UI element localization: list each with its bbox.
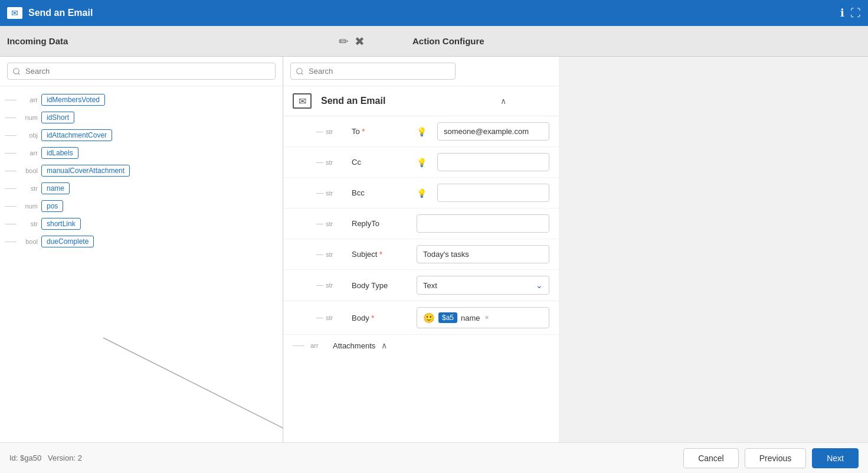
expand-icon[interactable]: ⛶ bbox=[850, 7, 861, 19]
field-dash: — bbox=[316, 250, 323, 259]
field-type: str bbox=[326, 128, 333, 135]
hint-icon: 💡 bbox=[417, 188, 427, 198]
field-rows: — str To * 💡 — str Cc 💡 — str bbox=[283, 116, 559, 356]
attachments-label: Attachments bbox=[333, 341, 375, 350]
field-row-attachments: arr Attachments ∧ bbox=[283, 335, 559, 356]
field-name: Body Type bbox=[352, 281, 411, 290]
title-text: Send an Email bbox=[28, 8, 834, 18]
next-button[interactable]: Next bbox=[812, 448, 859, 468]
title-bar: ✉ Send an Email ℹ ⛶ bbox=[0, 0, 868, 26]
field-badge[interactable]: dueComplete bbox=[41, 236, 94, 247]
tree-item: num idShort bbox=[0, 109, 283, 126]
attachments-chevron-icon[interactable]: ∧ bbox=[381, 341, 387, 350]
field-row-body-type: — str Body Type Text ⌄ bbox=[283, 270, 559, 301]
field-badge[interactable]: idAttachmentCover bbox=[41, 129, 112, 141]
footer: Id: $ga50 Version: 2 Cancel Previous Nex… bbox=[0, 442, 868, 473]
tree-connector-line bbox=[5, 206, 17, 207]
field-input-to[interactable] bbox=[437, 122, 549, 141]
field-type: str bbox=[326, 251, 333, 258]
field-badge[interactable]: shortLink bbox=[41, 218, 81, 230]
title-envelope-icon: ✉ bbox=[7, 7, 22, 19]
field-dash: — bbox=[316, 314, 323, 322]
field-name: Body * bbox=[352, 314, 411, 322]
type-label: bool bbox=[21, 167, 38, 174]
field-input-subject[interactable] bbox=[417, 245, 549, 263]
type-label: str bbox=[21, 185, 38, 192]
field-row-cc: — str Cc 💡 bbox=[283, 147, 559, 178]
field-badge[interactable]: manualCoverAttachment bbox=[41, 165, 130, 177]
tree-item: str name bbox=[0, 180, 283, 197]
field-input-bcc[interactable] bbox=[437, 184, 549, 202]
field-badge[interactable]: idLabels bbox=[41, 147, 78, 159]
field-name: Subject * bbox=[352, 250, 411, 259]
right-search-bar bbox=[283, 57, 559, 86]
chevron-down-icon: ⌄ bbox=[536, 280, 543, 290]
right-search-input[interactable] bbox=[290, 63, 456, 80]
field-type: str bbox=[326, 190, 333, 197]
required-marker: * bbox=[360, 127, 365, 136]
incoming-data-label: Incoming Data bbox=[7, 36, 290, 46]
tree-connector-line bbox=[5, 153, 17, 154]
collapse-action-chevron[interactable]: ∧ bbox=[500, 96, 506, 106]
tree-connector-line bbox=[5, 224, 17, 224]
tag-label: name bbox=[461, 314, 480, 322]
tree-item: arr idLabels bbox=[0, 144, 283, 162]
type-label: obj bbox=[21, 132, 38, 139]
field-name: Bcc bbox=[352, 188, 411, 197]
info-icon[interactable]: ℹ bbox=[840, 6, 844, 19]
tree-connector-line bbox=[5, 118, 17, 118]
tree-item: bool dueComplete bbox=[0, 233, 283, 250]
version-info: Id: $ga50 Version: 2 bbox=[9, 454, 677, 462]
tree-item: obj idAttachmentCover bbox=[0, 126, 283, 144]
field-type: str bbox=[326, 282, 333, 289]
tree-connector-line bbox=[5, 171, 17, 171]
tag-close-icon[interactable]: × bbox=[485, 314, 489, 322]
field-dash: — bbox=[316, 220, 323, 228]
tag-emoji-icon: 🙂 bbox=[423, 312, 435, 324]
field-name: Cc bbox=[352, 158, 411, 167]
field-dash: — bbox=[316, 281, 323, 289]
hint-icon: 💡 bbox=[417, 127, 427, 136]
body-tag-field[interactable]: 🙂 $a5 name × bbox=[417, 307, 549, 328]
action-name: Send an Email bbox=[321, 96, 493, 106]
field-dash: — bbox=[316, 189, 323, 197]
edit-toolbar-icon[interactable]: ✏ bbox=[339, 34, 349, 48]
tree-connector-line bbox=[5, 100, 17, 100]
field-name: ReplyTo bbox=[352, 219, 411, 228]
field-row-to: — str To * 💡 bbox=[283, 116, 559, 147]
field-row-bcc: — str Bcc 💡 bbox=[283, 178, 559, 208]
field-dash: — bbox=[316, 158, 323, 167]
tag-badge: $a5 bbox=[438, 312, 457, 323]
field-badge[interactable]: idMembersVoted bbox=[41, 94, 105, 106]
type-label: bool bbox=[21, 238, 38, 245]
right-panel: ✉ Send an Email ∧ — str To * 💡 bbox=[283, 57, 559, 442]
action-header: ✉ Send an Email ∧ bbox=[283, 86, 559, 116]
field-badge[interactable]: name bbox=[41, 182, 70, 194]
hint-icon: 💡 bbox=[417, 158, 427, 167]
field-badge[interactable]: pos bbox=[41, 200, 63, 212]
previous-button[interactable]: Previous bbox=[745, 448, 806, 468]
action-envelope-icon: ✉ bbox=[293, 93, 312, 109]
left-panel: arr idMembersVoted num idShort obj idAtt… bbox=[0, 57, 283, 442]
action-configure-label: Action Configure bbox=[412, 36, 861, 46]
field-input-replyto[interactable] bbox=[417, 214, 549, 233]
type-label: arr bbox=[21, 149, 38, 156]
required-marker: * bbox=[369, 314, 375, 322]
content-wrapper: arr idMembersVoted num idShort obj idAtt… bbox=[0, 57, 868, 442]
action-content: ✉ Send an Email ∧ — str To * 💡 bbox=[283, 86, 559, 442]
tree-item: arr idMembersVoted bbox=[0, 91, 283, 109]
cancel-button[interactable]: Cancel bbox=[683, 448, 739, 468]
field-dash: — bbox=[316, 128, 323, 136]
sub-header: Incoming Data ✏ ✖ Action Configure bbox=[0, 26, 868, 57]
clear-toolbar-icon[interactable]: ✖ bbox=[355, 34, 365, 48]
field-type: str bbox=[326, 159, 333, 166]
field-badge[interactable]: idShort bbox=[41, 112, 74, 123]
field-input-cc[interactable] bbox=[437, 153, 549, 171]
left-search-input[interactable] bbox=[7, 63, 276, 80]
tree-connector-line bbox=[5, 188, 17, 189]
field-type: str bbox=[326, 314, 333, 321]
field-row-subject: — str Subject * bbox=[283, 239, 559, 270]
type-label: num bbox=[21, 203, 38, 210]
left-search-bar bbox=[0, 57, 283, 86]
field-select-bodytype[interactable]: Text ⌄ bbox=[417, 276, 549, 295]
